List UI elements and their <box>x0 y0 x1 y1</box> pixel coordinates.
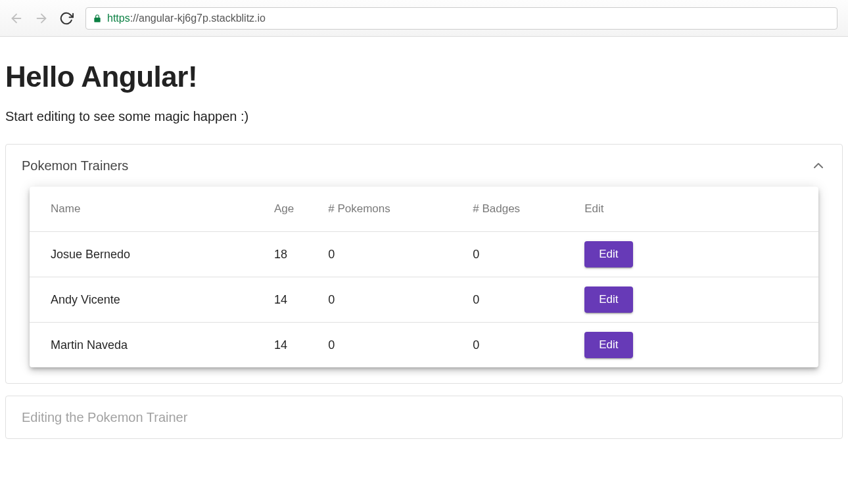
table-header-row: Name Age # Pokemons # Badges Edit <box>30 187 818 232</box>
cell-badges: 0 <box>452 232 563 277</box>
trainers-table: Name Age # Pokemons # Badges Edit Josue … <box>30 187 818 367</box>
browser-toolbar: https://angular-kj6g7p.stackblitz.io <box>0 0 848 37</box>
panel-editing: Editing the Pokemon Trainer <box>5 396 843 439</box>
th-badges: # Badges <box>452 187 563 232</box>
cell-name: Martin Naveda <box>30 323 253 368</box>
edit-button[interactable]: Edit <box>584 241 632 267</box>
chevron-up-icon <box>811 158 826 173</box>
page-content: Hello Angular! Start editing to see some… <box>0 37 848 464</box>
table-row: Josue Bernedo1800Edit <box>30 232 818 277</box>
nav-reload-button[interactable] <box>55 7 78 30</box>
url-text: https://angular-kj6g7p.stackblitz.io <box>107 12 266 24</box>
cell-name: Josue Bernedo <box>30 232 253 277</box>
panel-trainers-title: Pokemon Trainers <box>22 158 128 173</box>
edit-button[interactable]: Edit <box>584 286 632 313</box>
panel-trainers: Pokemon Trainers Name Age # Pokemons # B… <box>5 144 843 384</box>
th-edit: Edit <box>563 187 818 232</box>
cell-pokemons: 0 <box>307 277 452 323</box>
reload-icon <box>59 11 74 26</box>
url-scheme: https <box>107 12 130 24</box>
cell-name: Andy Vicente <box>30 277 253 323</box>
cell-edit: Edit <box>563 323 818 368</box>
th-name: Name <box>30 187 253 232</box>
url-rest: ://angular-kj6g7p.stackblitz.io <box>130 12 266 24</box>
cell-age: 18 <box>253 232 307 277</box>
nav-back-button[interactable] <box>5 7 28 30</box>
page-subtitle: Start editing to see some magic happen :… <box>5 109 843 124</box>
cell-pokemons: 0 <box>307 232 452 277</box>
arrow-right-icon <box>34 11 49 26</box>
arrow-left-icon <box>9 11 24 26</box>
cell-edit: Edit <box>563 277 818 323</box>
panel-editing-header[interactable]: Editing the Pokemon Trainer <box>6 396 842 438</box>
cell-age: 14 <box>253 277 307 323</box>
panel-trainers-header[interactable]: Pokemon Trainers <box>6 145 842 187</box>
table-row: Andy Vicente1400Edit <box>30 277 818 323</box>
trainers-table-card: Name Age # Pokemons # Badges Edit Josue … <box>30 187 818 367</box>
cell-edit: Edit <box>563 232 818 277</box>
lock-icon <box>93 14 102 23</box>
cell-pokemons: 0 <box>307 323 452 368</box>
cell-badges: 0 <box>452 323 563 368</box>
table-row: Martin Naveda1400Edit <box>30 323 818 368</box>
cell-badges: 0 <box>452 277 563 323</box>
page-title: Hello Angular! <box>5 60 843 93</box>
th-pokemons: # Pokemons <box>307 187 452 232</box>
panel-trainers-body: Name Age # Pokemons # Badges Edit Josue … <box>6 187 842 383</box>
cell-age: 14 <box>253 323 307 368</box>
edit-button[interactable]: Edit <box>584 332 632 358</box>
address-bar[interactable]: https://angular-kj6g7p.stackblitz.io <box>85 7 837 30</box>
nav-forward-button[interactable] <box>30 7 53 30</box>
th-age: Age <box>253 187 307 232</box>
panel-editing-title: Editing the Pokemon Trainer <box>22 410 187 425</box>
